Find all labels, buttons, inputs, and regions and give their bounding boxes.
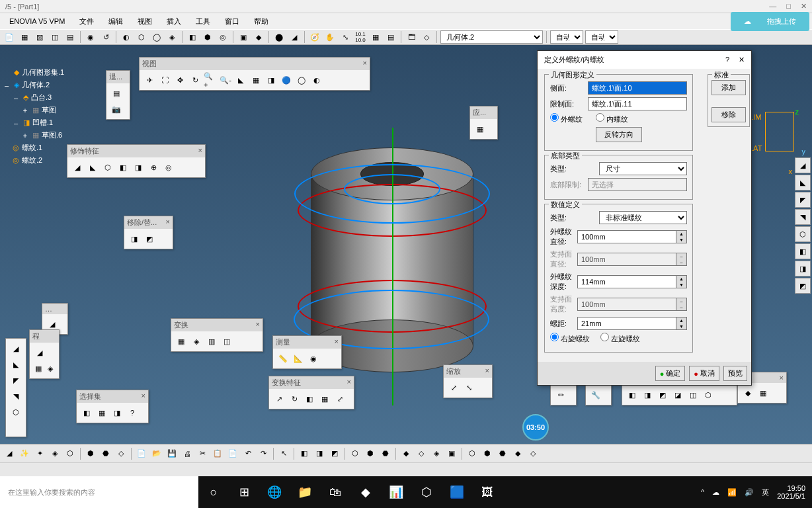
remove-button[interactable]: 移除 <box>711 107 746 122</box>
tool-icon[interactable]: ◩ <box>328 447 341 460</box>
right-rotation-radio[interactable]: 右旋螺纹 <box>550 333 590 344</box>
tool-icon[interactable]: ◈ <box>165 30 179 44</box>
sketch-icon[interactable]: ✏ <box>554 388 567 402</box>
tool-icon[interactable]: ▦ <box>95 406 108 419</box>
close-icon[interactable]: × <box>256 320 260 330</box>
tool-icon[interactable]: ▦ <box>18 30 31 44</box>
pitch-input[interactable] <box>577 317 676 330</box>
auto-select-2[interactable]: 自动 <box>585 30 618 44</box>
tool-icon[interactable]: ◢ <box>46 318 59 331</box>
rotate-icon[interactable]: ↻ <box>188 73 202 87</box>
tool-icon[interactable]: ◪ <box>671 388 684 402</box>
side-face-input[interactable] <box>588 81 687 95</box>
iso-icon[interactable]: ◨ <box>264 73 278 87</box>
tool-icon[interactable]: ◥ <box>9 390 22 403</box>
open-icon[interactable]: 📂 <box>150 447 163 460</box>
tool-icon[interactable]: ◢ <box>795 157 811 173</box>
cancel-button[interactable]: ●取消 <box>689 366 719 381</box>
tool-icon[interactable]: ◩ <box>656 388 669 402</box>
menu-view[interactable]: 视图 <box>131 14 159 29</box>
measure-toolbox[interactable]: 测量× 📏 📐 ◉ <box>272 335 342 369</box>
tree-item-sketch6[interactable]: +▦草图.6 <box>3 129 64 142</box>
menu-window[interactable]: 窗口 <box>218 14 246 29</box>
tool-icon[interactable]: ▦ <box>175 335 188 348</box>
limit-face-input[interactable] <box>588 97 687 110</box>
tool-icon[interactable]: ◆ <box>741 386 754 400</box>
tool-icon[interactable]: ✦ <box>33 447 46 460</box>
tool-icon[interactable]: ◧ <box>116 161 130 174</box>
close-icon[interactable]: × <box>347 378 351 388</box>
spin-down[interactable]: ▼ <box>676 237 686 243</box>
tool-icon[interactable]: ◣ <box>86 161 99 174</box>
shade-icon[interactable]: 🔵 <box>280 73 293 87</box>
axis-icon[interactable]: ⤡ <box>339 30 352 44</box>
tool-icon[interactable]: ◧ <box>795 243 811 259</box>
tree-item-sketch[interactable]: +▦草图 <box>3 104 64 116</box>
pan-icon[interactable]: ✥ <box>173 73 186 87</box>
tool-icon[interactable]: ⤢ <box>333 392 346 405</box>
hand-icon[interactable]: ✋ <box>323 30 337 44</box>
reverse-direction-button[interactable]: 反转方向 <box>596 127 642 142</box>
ext-depth-input[interactable] <box>577 275 676 288</box>
select-icon[interactable]: ↖ <box>277 447 290 460</box>
tool-icon[interactable]: ◢ <box>288 30 301 44</box>
tray-ime[interactable]: 英 <box>762 487 769 497</box>
tool-icon[interactable]: ▨ <box>33 30 46 44</box>
tool-icon[interactable]: ⬡ <box>9 405 22 419</box>
cortana-icon[interactable]: ○ <box>198 476 229 508</box>
camera-icon[interactable]: 📷 <box>110 103 123 116</box>
tool-icon[interactable]: ◎ <box>216 30 229 44</box>
wire-icon[interactable]: ◯ <box>295 73 308 87</box>
help-button[interactable]: ? <box>725 56 729 64</box>
upload-button[interactable]: ☁ 拖拽上传 <box>731 12 809 31</box>
tool-icon[interactable]: ▣ <box>237 30 250 44</box>
zoom-in-icon[interactable]: 🔍+ <box>204 73 217 87</box>
taskview-icon[interactable]: ⊞ <box>229 476 259 508</box>
close-icon[interactable]: × <box>142 392 145 402</box>
tool-icon[interactable]: ◇ <box>415 447 428 460</box>
spin-up[interactable]: ▲ <box>676 276 686 282</box>
tool-icon[interactable]: ⬡ <box>135 30 148 44</box>
new-icon[interactable]: 📄 <box>135 447 148 460</box>
app-icon[interactable]: ◆ <box>350 476 381 508</box>
menu-insert[interactable]: 插入 <box>160 14 188 29</box>
select-set-toolbox[interactable]: 选择集× ◧ ▦ ◨ ? <box>76 390 149 423</box>
paste-icon[interactable]: 📄 <box>226 447 239 460</box>
tool-icon[interactable]: ▤ <box>384 30 397 44</box>
tool-icon[interactable]: 🗔 <box>405 30 418 44</box>
multiview-icon[interactable]: ▦ <box>249 73 263 87</box>
tool-icon[interactable]: ⬡ <box>702 388 715 402</box>
maximize-button[interactable]: □ <box>786 2 791 11</box>
menu-tools[interactable]: 工具 <box>189 14 217 29</box>
tool-icon[interactable]: ⬢ <box>84 447 97 460</box>
app-icon[interactable]: 🟦 <box>442 476 472 508</box>
tool-icon[interactable]: ⤢ <box>447 381 460 394</box>
tool-icon[interactable]: ◯ <box>150 30 163 44</box>
thread-type-select[interactable]: 非标准螺纹 <box>599 211 687 224</box>
dialog-titlebar[interactable]: 定义外螺纹/内螺纹 ? ✕ <box>538 51 751 69</box>
scale-toolbox[interactable]: 缩放× ⤢⤡ <box>443 364 493 398</box>
close-button[interactable]: ✕ <box>801 2 807 11</box>
tool-icon[interactable]: ◧ <box>298 447 311 460</box>
normal-icon[interactable]: ◣ <box>234 73 247 87</box>
close-icon[interactable]: × <box>166 218 170 228</box>
tool-icon[interactable]: ◧ <box>303 392 316 405</box>
tool-icon[interactable]: ⬡ <box>795 226 811 242</box>
tool-icon[interactable]: ◈ <box>48 447 61 460</box>
close-icon[interactable]: × <box>485 366 489 376</box>
compass-icon[interactable]: 🧭 <box>308 30 321 44</box>
tool-icon[interactable]: ◈ <box>430 447 443 460</box>
tool-icon[interactable]: ▦ <box>33 362 44 375</box>
measure-icon[interactable]: ◉ <box>307 352 320 365</box>
fit-icon[interactable]: ⛶ <box>158 73 171 87</box>
tool-icon[interactable]: ◨ <box>128 232 141 245</box>
edge-icon[interactable]: 🌐 <box>259 476 290 508</box>
tool-icon[interactable]: ◉ <box>84 30 97 44</box>
tree-item-geomset[interactable]: ◆几何图形集.1 <box>3 66 64 79</box>
tool-icon[interactable]: ▤ <box>63 30 77 44</box>
tool-icon[interactable]: ◢ <box>71 161 84 174</box>
tray-volume-icon[interactable]: 🔊 <box>745 488 754 497</box>
app-icon[interactable]: 📊 <box>381 476 411 508</box>
tool-icon[interactable]: ◫ <box>48 30 61 44</box>
tool-icon[interactable]: ◩ <box>795 278 811 294</box>
